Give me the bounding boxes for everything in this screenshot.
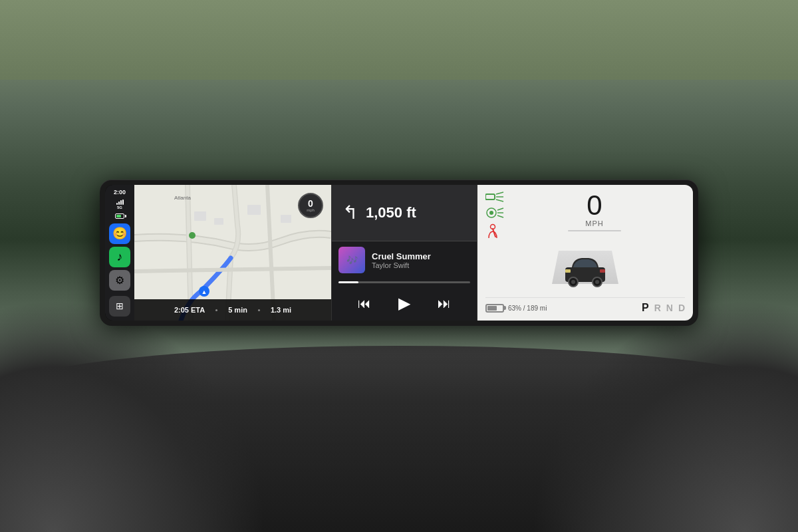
battery-bar-fill: [487, 306, 497, 311]
steering-left: [0, 299, 266, 532]
map-duration: 5 min: [228, 306, 247, 314]
map-speed-unit: mph: [307, 208, 315, 212]
right-panel: 0 MPH: [477, 185, 693, 321]
seatbelt-warning: [485, 223, 504, 238]
sidebar-item-waze[interactable]: 😊: [109, 223, 130, 244]
gear-P[interactable]: P: [642, 302, 649, 314]
cruise-control-status: [485, 207, 504, 218]
signal-bar-2: [118, 201, 120, 205]
song-details: Cruel Summer Taylor Swift: [372, 251, 470, 269]
display-housing: 2:00 5G 😊 ♪: [100, 180, 698, 326]
music-info-row: 🎶 Cruel Summer Taylor Swift: [338, 247, 470, 273]
forward-button[interactable]: ⏭: [435, 293, 454, 314]
cruise-icon: [485, 207, 504, 218]
gear-R[interactable]: R: [654, 303, 661, 313]
svg-rect-8: [485, 194, 495, 200]
headlights-icon: [485, 192, 504, 202]
svg-point-21: [571, 280, 575, 284]
svg-rect-24: [565, 269, 571, 273]
battery-text: 63% / 189 mi: [508, 305, 547, 312]
eta-separator-2: [258, 309, 260, 311]
battery-bar-icon: [485, 304, 504, 313]
battery-fill: [116, 215, 121, 217]
svg-line-11: [496, 200, 503, 201]
gear-selector: P R N D: [642, 302, 685, 314]
svg-point-7: [189, 232, 196, 239]
map-label-city: Atlanta: [174, 195, 191, 201]
svg-point-13: [489, 211, 493, 215]
steering-right: [532, 299, 798, 532]
speed-display: 0 MPH: [504, 192, 685, 234]
svg-rect-6: [281, 215, 291, 223]
speed-gauge: [568, 230, 621, 231]
vehicle-speed: 0: [504, 192, 685, 219]
eta-separator-1: [215, 309, 217, 311]
middle-panel: ↰ 1,050 ft 🎶 Cruel Summer Taylor Swift: [331, 185, 477, 321]
music-player: 🎶 Cruel Summer Taylor Swift ⏮ ▶ ⏭: [332, 241, 477, 321]
gear-D[interactable]: D: [678, 303, 685, 313]
nav-instruction: ↰ 1,050 ft: [332, 185, 477, 241]
sidebar-item-grid[interactable]: ⊞: [109, 296, 130, 317]
display-screen: 2:00 5G 😊 ♪: [105, 185, 693, 321]
map-eta: 2:05 ETA: [174, 306, 205, 314]
vehicle-speed-unit: MPH: [504, 219, 685, 227]
map-speed-circle: 0 mph: [298, 193, 323, 218]
vehicle-status-icons: [485, 192, 504, 238]
svg-line-14: [497, 208, 503, 210]
signal-bar-4: [122, 200, 124, 205]
song-artist: Taylor Swift: [372, 261, 470, 269]
signal-bar-1: [116, 203, 118, 205]
album-art: 🎶: [338, 247, 365, 273]
carplay-sidebar: 2:00 5G 😊 ♪: [105, 185, 134, 321]
sidebar-item-spotify[interactable]: ♪: [109, 247, 130, 267]
signal-bar-3: [120, 200, 122, 205]
car-silhouette-svg: [559, 251, 612, 287]
gear-N[interactable]: N: [666, 303, 673, 313]
battery-range: 63% / 189 mi: [485, 304, 547, 313]
map-distance: 1.3 mi: [271, 306, 291, 314]
headlights-status: [485, 192, 504, 202]
svg-line-9: [496, 192, 503, 194]
svg-rect-5: [247, 205, 261, 215]
svg-text:▲: ▲: [201, 289, 207, 295]
signal-label: 5G: [117, 205, 122, 209]
svg-rect-4: [214, 218, 223, 225]
progress-fill: [338, 281, 358, 283]
signal-bars: [116, 200, 124, 205]
status-time: 2:00: [114, 189, 126, 196]
left-panel: 2:00 5G 😊 ♪: [105, 185, 331, 321]
rewind-button[interactable]: ⏮: [355, 293, 374, 314]
svg-rect-25: [600, 269, 605, 273]
seatbelt-icon: [485, 223, 500, 238]
map-bottom-bar: 2:05 ETA 5 min 1.3 mi: [134, 299, 331, 321]
signal-indicator: 5G: [116, 200, 124, 209]
car-view-area: [485, 241, 685, 297]
nav-distance: 1,050 ft: [366, 204, 416, 221]
progress-bar[interactable]: [338, 281, 470, 283]
turn-arrow-icon: ↰: [342, 203, 358, 222]
svg-rect-3: [194, 211, 206, 221]
sidebar-item-settings[interactable]: ⚙: [109, 270, 130, 291]
svg-point-23: [595, 280, 599, 284]
playback-controls: ⏮ ▶ ⏭: [338, 291, 470, 315]
vehicle-bottom-bar: 63% / 189 mi P R N D: [485, 297, 685, 314]
play-button[interactable]: ▶: [396, 291, 413, 315]
battery-icon: [115, 213, 124, 219]
song-title: Cruel Summer: [372, 251, 470, 261]
map-speed-value: 0: [308, 199, 313, 208]
svg-line-16: [497, 215, 503, 217]
map-area[interactable]: ▲ Atlanta 0 mph: [134, 185, 331, 321]
background-fence: [0, 0, 798, 80]
vehicle-header: 0 MPH: [485, 192, 685, 238]
